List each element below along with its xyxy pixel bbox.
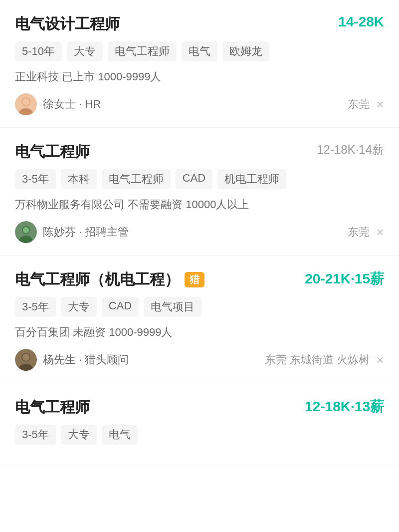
job-salary: 12-18K·13薪 (305, 397, 384, 416)
job-salary: 12-18K·14薪 (317, 142, 384, 158)
job-header: 电气工程师 12-18K·13薪 (15, 397, 384, 418)
close-button[interactable]: × (377, 97, 384, 112)
job-card-4[interactable]: 电气工程师 12-18K·13薪 3-5年大专电气 (0, 383, 399, 465)
job-title-row: 电气工程师（机电工程） 猎 (15, 269, 204, 290)
company-info: 万科物业服务有限公司 不需要融资 10000人以上 (15, 197, 384, 212)
tag: 机电工程师 (217, 169, 286, 189)
company-info: 百分百集团 未融资 1000-9999人 (15, 325, 384, 340)
location-close: 东莞 × (348, 97, 384, 112)
job-title-row: 电气工程师 (15, 142, 90, 162)
tag: 电气工程师 (108, 41, 177, 61)
job-footer: 杨先生 · 猎头顾问 东莞 东城街道 火炼树 × (15, 349, 384, 371)
job-header: 电气设计工程师 14-28K (15, 14, 384, 34)
job-title: 电气设计工程师 (15, 14, 120, 34)
tag: 5-10年 (15, 41, 62, 61)
job-header: 电气工程师 12-18K·14薪 (15, 142, 384, 162)
recruiter-name: 杨先生 · 猎头顾问 (43, 352, 129, 367)
svg-point-7 (23, 227, 29, 233)
tag: 电气项目 (144, 297, 201, 317)
job-header: 电气工程师（机电工程） 猎 20-21K·15薪 (15, 269, 384, 290)
tag: 大专 (67, 41, 103, 61)
location: 东莞 东城街道 火炼树 (265, 352, 370, 367)
recruiter-info: 杨先生 · 猎头顾问 (15, 349, 129, 371)
tag: 3-5年 (15, 169, 56, 189)
tag: 电气 (182, 41, 217, 61)
tag: CAD (102, 297, 139, 317)
tags-row: 3-5年本科电气工程师CAD机电工程师 (15, 169, 384, 189)
avatar (15, 93, 37, 115)
badge-mao: 猎 (185, 272, 204, 287)
close-button[interactable]: × (377, 352, 384, 368)
location: 东莞 (348, 97, 370, 112)
recruiter-info: 陈妙芬 · 招聘主管 (15, 221, 129, 243)
close-button[interactable]: × (377, 225, 384, 240)
svg-point-11 (22, 354, 29, 361)
job-card-2[interactable]: 电气工程师 12-18K·14薪 3-5年本科电气工程师CAD机电工程师 万科物… (0, 128, 399, 256)
job-card-1[interactable]: 电气设计工程师 14-28K 5-10年大专电气工程师电气欧姆龙 正业科技 已上… (0, 0, 399, 128)
svg-point-3 (22, 98, 29, 105)
tag: 3-5年 (15, 425, 56, 445)
tag: 电气工程师 (102, 169, 171, 189)
location-close: 东莞 × (348, 225, 384, 240)
tag: 大专 (61, 297, 97, 317)
tag: CAD (176, 169, 212, 189)
recruiter-info: 徐女士 · HR (15, 93, 101, 115)
job-title-row: 电气工程师 (15, 397, 90, 418)
tags-row: 5-10年大专电气工程师电气欧姆龙 (15, 41, 384, 61)
job-salary: 14-28K (338, 14, 384, 30)
avatar (15, 349, 37, 371)
location-close: 东莞 东城街道 火炼树 × (265, 352, 384, 368)
location: 东莞 (348, 225, 370, 240)
recruiter-name: 陈妙芬 · 招聘主管 (43, 225, 129, 240)
job-footer: 徐女士 · HR 东莞 × (15, 93, 384, 115)
tags-row: 3-5年大专CAD电气项目 (15, 297, 384, 317)
job-title: 电气工程师（机电工程） (15, 269, 180, 290)
job-salary: 20-21K·15薪 (305, 269, 384, 288)
tag: 本科 (61, 169, 97, 189)
avatar (15, 221, 37, 243)
tag: 大专 (61, 425, 97, 445)
tag: 欧姆龙 (222, 41, 269, 61)
job-title: 电气工程师 (15, 397, 90, 418)
job-title-row: 电气设计工程师 (15, 14, 120, 34)
recruiter-name: 徐女士 · HR (43, 97, 101, 112)
job-card-3[interactable]: 电气工程师（机电工程） 猎 20-21K·15薪 3-5年大专CAD电气项目 百… (0, 256, 399, 383)
tag: 3-5年 (15, 297, 56, 317)
company-info: 正业科技 已上市 1000-9999人 (15, 69, 384, 84)
job-footer: 陈妙芬 · 招聘主管 东莞 × (15, 221, 384, 243)
tag: 电气 (102, 425, 138, 445)
job-title: 电气工程师 (15, 142, 90, 162)
tags-row: 3-5年大专电气 (15, 425, 384, 445)
